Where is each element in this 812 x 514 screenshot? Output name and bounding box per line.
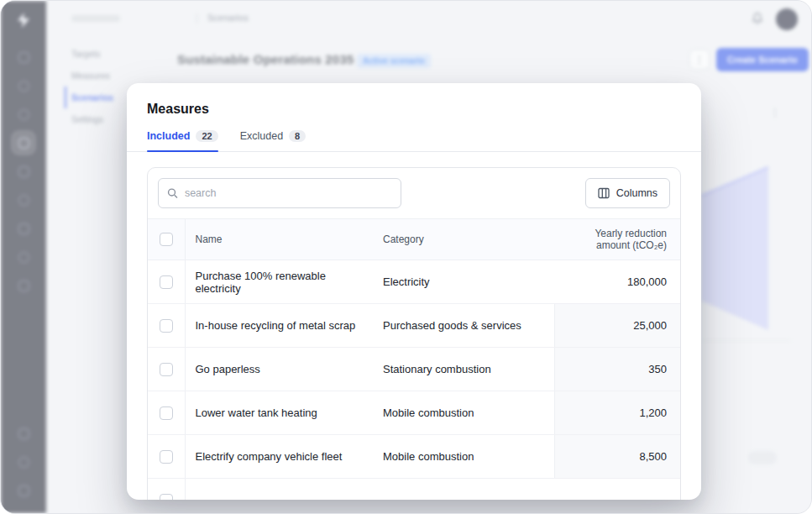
modal-title: Measures [147, 102, 681, 117]
measure-category: Stationary combustion [373, 348, 554, 391]
search-icon [167, 187, 178, 199]
table-row[interactable]: In-house recycling of metal scrap Purcha… [148, 304, 680, 348]
tab-excluded[interactable]: Excluded 8 [240, 130, 306, 151]
measure-category: Purchased goods & services [373, 304, 554, 348]
row-checkbox-cell [148, 260, 185, 304]
columns-button-label: Columns [616, 187, 657, 199]
row-checkbox[interactable] [160, 319, 173, 333]
measures-modal: Measures Included 22 Excluded 8 [127, 83, 701, 500]
select-all-checkbox[interactable] [160, 233, 173, 246]
row-checkbox-cell [148, 304, 185, 348]
measures-table-card: Columns Name Category Yearly reduction a… [147, 167, 681, 500]
measure-amount [554, 479, 680, 501]
row-checkbox[interactable] [160, 494, 173, 500]
tab-included-label: Included [147, 130, 190, 142]
table-row[interactable]: Electrify company vehicle fleet Mobile c… [148, 435, 680, 479]
tab-included[interactable]: Included 22 [147, 130, 218, 151]
tab-excluded-label: Excluded [240, 130, 283, 142]
header-name: Name [185, 219, 373, 260]
modal-header: Measures [127, 83, 701, 117]
tab-excluded-count: 8 [289, 130, 306, 142]
columns-button[interactable]: Columns [585, 178, 670, 208]
app-window: Targets Measures Scenarios Settings Scen… [0, 0, 812, 514]
measure-amount: 8,500 [554, 435, 680, 479]
measure-category: Mobile combustion [373, 391, 554, 435]
row-checkbox-cell [148, 479, 185, 501]
row-checkbox[interactable] [160, 363, 173, 376]
search-input[interactable] [185, 187, 392, 199]
measure-name: Go paperless [185, 348, 373, 391]
measure-name [185, 479, 373, 501]
row-checkbox-cell [148, 435, 185, 479]
measure-name: Purchase 100% renewable electricity [185, 260, 373, 304]
measure-name: Electrify company vehicle fleet [185, 435, 373, 479]
table-row[interactable]: Purchase 100% renewable electricity Elec… [148, 260, 680, 304]
row-checkbox-cell [148, 348, 185, 391]
table-toolbar: Columns [148, 168, 680, 218]
modal-tabs: Included 22 Excluded 8 [127, 130, 701, 152]
row-checkbox[interactable] [160, 406, 173, 420]
measure-name: In-house recycling of metal scrap [185, 304, 373, 348]
measure-category [373, 479, 554, 501]
table-header-row: Name Category Yearly reduction amount (t… [148, 219, 680, 260]
tab-included-count: 22 [196, 130, 217, 142]
measure-amount: 1,200 [554, 391, 680, 435]
table-row[interactable] [148, 479, 680, 501]
select-all-cell [148, 219, 185, 260]
measure-amount: 25,000 [554, 304, 680, 348]
row-checkbox[interactable] [160, 450, 173, 464]
search-box [158, 178, 401, 208]
measures-table-body: Purchase 100% renewable electricity Elec… [148, 260, 680, 501]
measure-name: Lower water tank heating [185, 391, 373, 435]
table-row[interactable]: Lower water tank heating Mobile combusti… [148, 391, 680, 435]
columns-icon [598, 187, 610, 199]
header-category: Category [373, 219, 554, 260]
table-row[interactable]: Go paperless Stationary combustion 350 [148, 348, 680, 391]
measure-category: Electricity [373, 260, 554, 304]
measures-table: Name Category Yearly reduction amount (t… [148, 218, 680, 500]
modal-body: Columns Name Category Yearly reduction a… [127, 152, 701, 500]
header-amount: Yearly reduction amount (tCO₂e) [554, 219, 680, 260]
measure-amount: 180,000 [554, 260, 680, 304]
row-checkbox-cell [148, 391, 185, 435]
measure-amount: 350 [554, 348, 680, 391]
row-checkbox[interactable] [160, 275, 173, 289]
measure-category: Mobile combustion [373, 435, 554, 479]
